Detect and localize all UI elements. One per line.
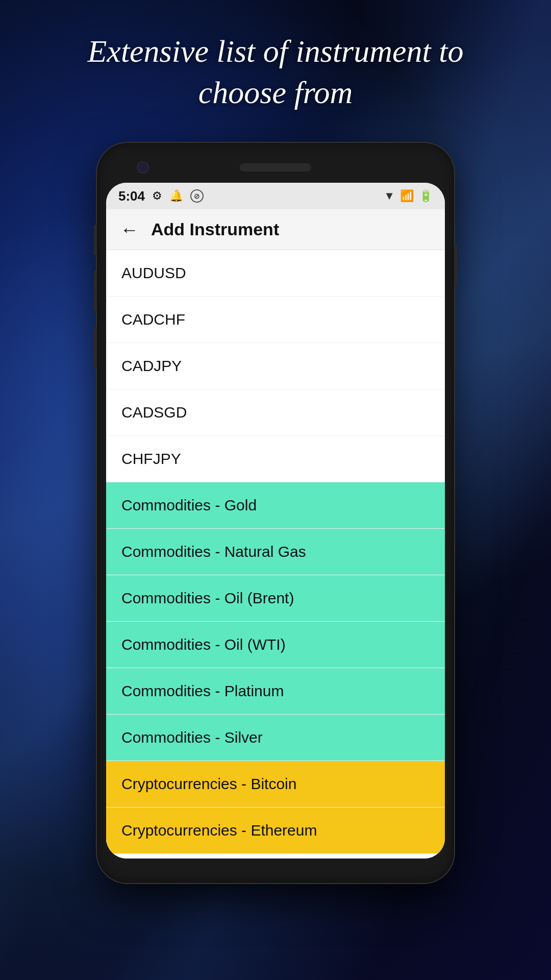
list-item[interactable]: AUDUSD bbox=[106, 250, 445, 297]
back-button[interactable]: ← bbox=[120, 219, 139, 240]
speaker bbox=[240, 163, 311, 172]
list-item[interactable]: Commodities - Natural Gas bbox=[106, 529, 445, 575]
wifi-icon: ▼ bbox=[384, 189, 395, 203]
list-item[interactable]: CHFJPY bbox=[106, 436, 445, 482]
app-title: Add Instrument bbox=[151, 219, 279, 239]
list-item[interactable]: Cryptocurrencies - Bitcoin bbox=[106, 761, 445, 807]
status-left: 5:04 ⚙ 🔔 ⊘ bbox=[118, 188, 204, 204]
dnd-icon: ⊘ bbox=[190, 189, 204, 203]
list-item[interactable]: CADSGD bbox=[106, 389, 445, 436]
app-header: ← Add Instrument bbox=[106, 209, 445, 250]
signal-icon: 📶 bbox=[400, 189, 414, 203]
list-item[interactable]: Commodities - Oil (WTI) bbox=[106, 622, 445, 668]
settings-icon: ⚙ bbox=[152, 189, 162, 203]
list-item[interactable]: Commodities - Platinum bbox=[106, 668, 445, 715]
phone-frame: 5:04 ⚙ 🔔 ⊘ ▼ 📶 🔋 ← Add Instrument AUDUSD… bbox=[97, 143, 454, 883]
volume-up-button bbox=[94, 225, 97, 255]
list-item[interactable]: CADCHF bbox=[106, 297, 445, 343]
list-item[interactable]: Commodities - Gold bbox=[106, 482, 445, 529]
phone-screen: 5:04 ⚙ 🔔 ⊘ ▼ 📶 🔋 ← Add Instrument AUDUSD… bbox=[106, 183, 445, 859]
status-bar: 5:04 ⚙ 🔔 ⊘ ▼ 📶 🔋 bbox=[106, 183, 445, 209]
headline-text: Extensive list of instrument to choose f… bbox=[0, 31, 551, 113]
list-item[interactable]: Commodities - Oil (Brent) bbox=[106, 575, 445, 622]
power-button bbox=[454, 245, 457, 286]
camera bbox=[137, 161, 149, 174]
silent-switch bbox=[94, 327, 97, 368]
instrument-list: AUDUSDCADCHFCADJPYCADSGDCHFJPYCommoditie… bbox=[106, 250, 445, 859]
volume-down-button bbox=[94, 271, 97, 311]
list-item[interactable]: Cryptocurrencies - Ethereum bbox=[106, 807, 445, 854]
status-time: 5:04 bbox=[118, 188, 145, 204]
list-item[interactable]: CADJPY bbox=[106, 343, 445, 389]
status-icons-right: ▼ 📶 🔋 bbox=[384, 189, 433, 203]
notification-icon: 🔔 bbox=[169, 189, 183, 203]
phone-top-bar bbox=[106, 152, 445, 183]
battery-icon: 🔋 bbox=[419, 189, 433, 203]
list-item[interactable]: Commodities - Silver bbox=[106, 715, 445, 761]
